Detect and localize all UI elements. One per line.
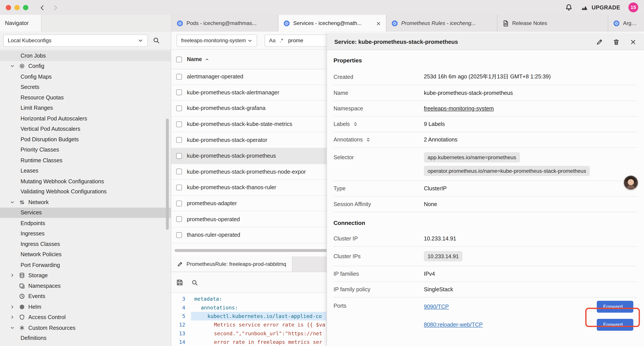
namespace-link[interactable]: freeleaps-monitoring-system — [424, 106, 494, 112]
navigator-search-button[interactable] — [153, 37, 160, 44]
tab-pods-icecheng-mathmas[interactable]: Pods - icecheng@mathmas... — [172, 15, 278, 31]
pencil-icon — [596, 38, 603, 45]
minimize-window-button[interactable] — [14, 5, 20, 10]
sidebar-item-network-policies[interactable]: Network Policies — [0, 249, 171, 260]
bell-icon — [565, 4, 573, 11]
sidebar-item-validating-webhook-configurations[interactable]: Validating Webhook Configurations — [0, 187, 171, 197]
close-window-button[interactable] — [6, 5, 11, 10]
sidebar-item-cron-jobs[interactable]: Cron Jobs — [0, 50, 171, 61]
close-icon[interactable] — [376, 21, 381, 26]
property-label: IP family policy — [334, 287, 370, 293]
forward-button[interactable]: Forward... — [597, 301, 633, 312]
namespace-filter-select[interactable]: freeleaps-monitoring-system — [177, 34, 257, 46]
chevron-right-icon[interactable] — [10, 273, 15, 278]
sidebar-item-secrets[interactable]: Secrets — [0, 82, 171, 92]
sidebar-item-limit-ranges[interactable]: Limit Ranges — [0, 103, 171, 113]
kubeconfig-select[interactable]: Local Kubeconfigs — [3, 34, 148, 46]
sidebar-item-ingress-classes[interactable]: Ingress Classes — [0, 239, 171, 249]
chevron-right-icon[interactable] — [10, 304, 15, 309]
property-value: None — [424, 201, 437, 207]
close-drawer-button[interactable] — [630, 38, 636, 45]
sidebar-item-pod-disruption-budgets[interactable]: Pod Disruption Budgets — [0, 134, 171, 145]
chevron-right-icon[interactable] — [10, 315, 15, 320]
row-checkbox[interactable] — [176, 121, 182, 127]
close-tab-icon[interactable] — [376, 20, 381, 26]
back-icon — [39, 4, 46, 11]
chevron-right-icon[interactable] — [10, 273, 15, 278]
sidebar-item-config[interactable]: Config — [0, 61, 171, 71]
sidebar-item-storage[interactable]: Storage — [0, 270, 171, 281]
sidebar-item-port-forwarding[interactable]: Port Forwarding — [0, 260, 171, 270]
tab-services-icecheng-math[interactable]: Services - icecheng@math... — [278, 15, 386, 31]
chevron-down-icon[interactable] — [10, 325, 15, 330]
tab-prometheus-rules-icecheng[interactable]: Prometheus Rules - icecheng... — [386, 15, 497, 31]
save-icon[interactable] — [176, 279, 183, 286]
row-checkbox[interactable] — [176, 90, 182, 95]
upgrade-button[interactable]: UPGRADE — [581, 4, 620, 11]
list-search-field[interactable]: Aa .* — [264, 34, 331, 46]
sidebar-item-services[interactable]: Services — [0, 207, 171, 218]
sidebar-item-events[interactable]: Events — [0, 291, 171, 302]
user-avatar[interactable] — [624, 176, 638, 190]
tab-argo-se[interactable]: Argo Se — [608, 15, 644, 31]
edit-resource-button[interactable] — [596, 38, 603, 45]
sidebar-item-priority-classes[interactable]: Priority Classes — [0, 145, 171, 155]
search-input[interactable] — [287, 37, 313, 44]
chevron-right-icon[interactable] — [10, 304, 15, 309]
port-forward-link[interactable]: 8080:reloader-web/TCP — [424, 322, 483, 328]
zoom-window-button[interactable] — [23, 5, 28, 10]
sort-asc-icon[interactable] — [204, 56, 209, 62]
forward-button[interactable] — [52, 4, 59, 11]
chevron-down-icon[interactable] — [10, 64, 15, 68]
sidebar-item-endpoints[interactable]: Endpoints — [0, 218, 171, 228]
row-checkbox[interactable] — [176, 200, 182, 206]
name-column-header[interactable]: Name — [187, 56, 202, 62]
sidebar-item-mutating-webhook-configurations[interactable]: Mutating Webhook Configurations — [0, 176, 171, 187]
sidebar-item-custom-resources[interactable]: Custom Resources — [0, 323, 171, 333]
row-checkbox[interactable] — [176, 232, 182, 238]
port-forward-link[interactable]: 9090/TCP — [424, 304, 449, 310]
row-checkbox[interactable] — [176, 106, 182, 111]
back-button[interactable] — [39, 4, 46, 11]
row-checkbox[interactable] — [176, 137, 182, 143]
sidebar-item-vertical-pod-autoscalers[interactable]: Vertical Pod Autoscalers — [0, 124, 171, 134]
property-label: Namespace — [334, 106, 363, 112]
chevron-down-icon[interactable] — [10, 325, 15, 330]
sidebar-item-ingresses[interactable]: Ingresses — [0, 228, 171, 239]
tab-release-notes[interactable]: Release Notes — [497, 15, 608, 31]
sidebar-item-definitions[interactable]: Definitions — [0, 333, 171, 344]
sidebar-item-config-maps[interactable]: Config Maps — [0, 71, 171, 82]
chevron-right-icon[interactable] — [10, 315, 15, 320]
match-case-toggle[interactable]: Aa — [269, 37, 276, 43]
horizontal-scrollbar-thumb[interactable] — [174, 249, 327, 252]
chevron-down-icon[interactable] — [10, 200, 15, 205]
delete-resource-button[interactable] — [613, 38, 620, 45]
line-number: 13 — [171, 330, 190, 336]
sidebar-item-network[interactable]: Network — [0, 197, 171, 207]
row-checkbox[interactable] — [176, 153, 182, 159]
unfold-icon[interactable] — [366, 137, 371, 142]
row-checkbox[interactable] — [176, 74, 182, 79]
sidebar-item-namespaces[interactable]: Namespaces — [0, 281, 171, 291]
forward-button[interactable]: Forward... — [597, 319, 633, 331]
row-checkbox[interactable] — [176, 185, 182, 190]
editor-search-icon[interactable] — [191, 279, 198, 286]
chevron-down-icon[interactable] — [10, 200, 15, 205]
sidebar-item-resource-quotas[interactable]: Resource Quotas — [0, 92, 171, 103]
sidebar-scrollbar-thumb[interactable] — [166, 119, 169, 230]
notifications-bell-icon[interactable] — [565, 3, 573, 11]
sidebar-item-horizontal-pod-autoscalers[interactable]: Horizontal Pod Autoscalers — [0, 113, 171, 124]
chevron-down-icon — [247, 38, 252, 43]
row-checkbox[interactable] — [176, 169, 182, 175]
mountain-icon — [581, 4, 588, 11]
dock-tab-prometheusrule[interactable]: PrometheusRule: freeleaps-prod-rabbitmq — [171, 256, 292, 272]
sidebar-item-runtime-classes[interactable]: Runtime Classes — [0, 155, 171, 166]
sidebar-item-helm[interactable]: Helm — [0, 302, 171, 312]
chevron-down-icon[interactable] — [10, 64, 15, 68]
unfold-icon[interactable] — [353, 122, 358, 127]
sidebar-item-leases[interactable]: Leases — [0, 166, 171, 176]
sidebar-item-access-control[interactable]: Access Control — [0, 312, 171, 323]
select-all-checkbox[interactable] — [176, 56, 182, 62]
row-checkbox[interactable] — [176, 216, 182, 222]
regex-toggle[interactable]: .* — [280, 37, 283, 43]
